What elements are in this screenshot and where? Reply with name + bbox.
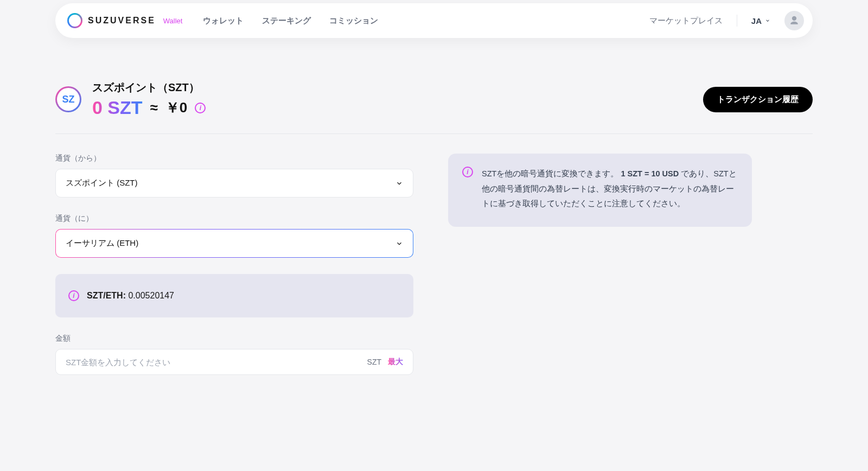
balance-left: SZ スズポイント（SZT） 0 SZT ≈ ￥0 i bbox=[55, 80, 206, 118]
notice-panel: i SZTを他の暗号通貨に変換できます。 1 SZT = 10 USD であり、… bbox=[448, 154, 752, 227]
notice-bold: 1 SZT = 10 USD bbox=[621, 169, 679, 178]
amount-label: 金額 bbox=[55, 334, 413, 343]
to-label: 通貨（に） bbox=[55, 214, 413, 224]
nav-link-wallet[interactable]: ウォレット bbox=[203, 16, 244, 26]
approx-symbol: ≈ bbox=[150, 99, 158, 116]
brand-logo-icon bbox=[67, 13, 82, 28]
nav-link-staking[interactable]: ステーキング bbox=[262, 16, 311, 26]
amount-unit: SZT bbox=[367, 358, 381, 366]
notice: i SZTを他の暗号通貨に変換できます。 1 SZT = 10 USD であり、… bbox=[448, 154, 752, 227]
convert-form: 通貨（から） スズポイント (SZT) 通貨（に） イーサリアム (ETH) i… bbox=[55, 154, 413, 375]
info-icon: i bbox=[68, 290, 79, 301]
brand[interactable]: SUZUVERSE Wallet bbox=[67, 13, 182, 28]
avatar[interactable] bbox=[784, 11, 804, 30]
from-currency-select[interactable]: スズポイント (SZT) bbox=[55, 169, 413, 198]
separator bbox=[55, 133, 813, 134]
top-nav: SUZUVERSE Wallet ウォレット ステーキング コミッション マーケ… bbox=[55, 3, 813, 38]
chevron-down-icon bbox=[765, 18, 770, 23]
from-label: 通貨（から） bbox=[55, 154, 413, 163]
coin-icon: SZ bbox=[55, 86, 81, 112]
balance-header: SZ スズポイント（SZT） 0 SZT ≈ ￥0 i トランザクション履歴 bbox=[55, 80, 813, 118]
to-currency-select[interactable]: イーサリアム (ETH) bbox=[55, 229, 413, 258]
nav-divider bbox=[737, 15, 737, 27]
brand-name: SUZUVERSE bbox=[88, 16, 156, 26]
rate-value: 0.00520147 bbox=[128, 291, 174, 300]
amount-field: SZT 最大 bbox=[55, 349, 413, 375]
info-icon[interactable]: i bbox=[195, 103, 206, 113]
balance-texts: スズポイント（SZT） 0 SZT ≈ ￥0 i bbox=[92, 80, 206, 118]
from-currency-value: スズポイント (SZT) bbox=[66, 178, 138, 188]
nav-link-commission[interactable]: コミッション bbox=[329, 16, 378, 26]
nav-links: ウォレット ステーキング コミッション bbox=[203, 16, 378, 26]
notice-prefix: SZTを他の暗号通貨に変換できます。 bbox=[482, 169, 618, 178]
balance-title: スズポイント（SZT） bbox=[92, 80, 206, 95]
rate-label: SZT/ETH: bbox=[87, 291, 126, 300]
user-icon bbox=[789, 15, 800, 26]
max-button[interactable]: 最大 bbox=[388, 357, 403, 367]
balance-amount-row: 0 SZT ≈ ￥0 i bbox=[92, 97, 206, 118]
main-grid: 通貨（から） スズポイント (SZT) 通貨（に） イーサリアム (ETH) i… bbox=[55, 154, 813, 375]
chevron-down-icon bbox=[395, 240, 403, 247]
to-currency-value: イーサリアム (ETH) bbox=[66, 238, 138, 249]
transaction-history-button[interactable]: トランザクション履歴 bbox=[703, 87, 813, 112]
nav-right: マーケットプレイス JA bbox=[649, 11, 804, 30]
amount-input[interactable] bbox=[66, 358, 361, 367]
rate-box: i SZT/ETH: 0.00520147 bbox=[55, 274, 413, 317]
chevron-down-icon bbox=[395, 180, 403, 187]
info-icon: i bbox=[462, 167, 473, 177]
coin-glyph: SZ bbox=[62, 94, 74, 105]
nav-link-marketplace[interactable]: マーケットプレイス bbox=[649, 16, 723, 26]
brand-subtitle: Wallet bbox=[163, 17, 183, 25]
notice-text: SZTを他の暗号通貨に変換できます。 1 SZT = 10 USD であり、SZ… bbox=[482, 167, 738, 212]
language-selector[interactable]: JA bbox=[751, 16, 770, 26]
balance-amount: 0 SZT bbox=[92, 97, 143, 118]
approx-value: ￥0 bbox=[165, 98, 187, 117]
language-label: JA bbox=[751, 16, 762, 26]
